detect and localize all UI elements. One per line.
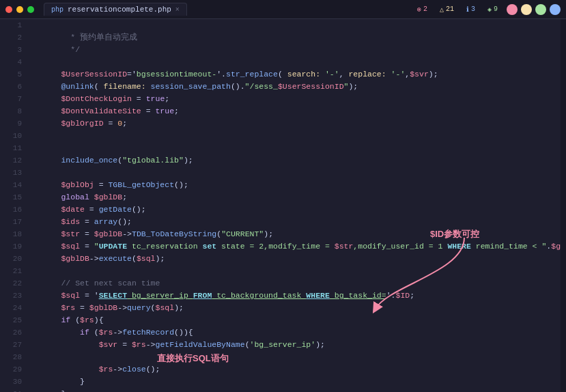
- gutter-12: 12: [0, 154, 22, 167]
- gutter-22: 22: [0, 277, 22, 290]
- gutter-29: 29: [0, 363, 22, 376]
- gutter-25: 25: [0, 314, 22, 326]
- gutter-17: 17: [0, 216, 22, 228]
- gutter-24: 24: [0, 302, 22, 314]
- info-badge1: ℹ 3: [463, 5, 479, 14]
- code-line-3: [33, 44, 561, 56]
- gutter-1: 1: [0, 19, 22, 31]
- error-count: 2: [423, 5, 427, 13]
- code-line-1: * 预约单自动完成: [33, 19, 561, 31]
- code-line-26: $svr = $rs->getFieldValueByName('bg_serv…: [33, 326, 561, 339]
- code-line-12: [33, 154, 561, 167]
- code-line-19: $gblDB->execute($sql);: [33, 240, 561, 253]
- code-line-11: include_once("tglobal.lib");: [33, 142, 561, 154]
- tab-close-button[interactable]: ×: [175, 6, 180, 14]
- gutter-15: 15: [0, 191, 22, 204]
- error-icon: ⊗: [417, 5, 421, 14]
- code-line-25: if ($rs->fetchRecord()){: [33, 314, 561, 326]
- gutter-5: 5: [0, 68, 22, 81]
- gutter-11: 11: [0, 142, 22, 154]
- gutter-4: 4: [0, 56, 22, 68]
- gutter-8: 8: [0, 105, 22, 117]
- status-circle-3: [535, 4, 546, 15]
- code-line-10: [33, 130, 561, 142]
- code-line-18: $sql = "UPDATE tc_reservation set state …: [33, 228, 561, 240]
- code-line-16: $ids = array();: [33, 204, 561, 216]
- status-circle-4: [550, 4, 561, 15]
- code-line-6: $DontCheckLogin = true;: [33, 81, 561, 93]
- info-icon1: ℹ: [466, 5, 469, 14]
- warn-count: 21: [446, 5, 454, 13]
- code-line-20: [33, 253, 561, 265]
- status-circle-2: [521, 4, 532, 15]
- title-bar-right: ⊗ 2 △ 21 ℹ 3 ◈ 9: [414, 4, 561, 15]
- code-line-31: [33, 388, 561, 392]
- gutter-10: 10: [0, 130, 22, 142]
- info-count2: 9: [494, 5, 498, 13]
- gutter-16: 16: [0, 204, 22, 216]
- gutter-21: 21: [0, 265, 22, 277]
- code-line-29: }: [33, 363, 561, 376]
- gutter-13: 13: [0, 167, 22, 179]
- code-line-17: $str = $gblDB->TDB_ToDateByString("CURRE…: [33, 216, 561, 228]
- code-line-5: @unlink( filename: session_save_path()."…: [33, 68, 561, 81]
- code-line-2: */: [33, 31, 561, 44]
- traffic-maximize[interactable]: [27, 6, 34, 13]
- editor-container: 1 2 3 4 5 6 7 8 9 10 11 12 13 14 15 16 1…: [0, 19, 566, 392]
- code-line-21: // Set next scan time: [33, 265, 561, 277]
- title-bar-left: php reservationcomplete.php ×: [5, 3, 187, 16]
- code-line-8: $gblOrgID = 0;: [33, 105, 561, 117]
- gutter-7: 7: [0, 93, 22, 105]
- gutter-27: 27: [0, 339, 22, 351]
- code-line-4: $UserSessionID='bgsessiontimeout-'.str_r…: [33, 56, 561, 68]
- info-icon2: ◈: [487, 5, 492, 14]
- code-line-30: }: [33, 376, 561, 388]
- line-numbers: 1 2 3 4 5 6 7 8 9 10 11 12 13 14 15 16 1…: [0, 19, 27, 392]
- gutter-9: 9: [0, 117, 22, 130]
- title-bar: php reservationcomplete.php × ⊗ 2 △ 21 ℹ…: [0, 0, 566, 19]
- warn-badge: △ 21: [436, 5, 457, 14]
- code-line-14: global $gblDB;: [33, 179, 561, 191]
- code-line-28: $rs->close();: [33, 351, 561, 363]
- code-line-9: [33, 117, 561, 130]
- gutter-31: 31: [0, 388, 22, 392]
- code-line-15: $date = getDate();: [33, 191, 561, 204]
- gutter-23: 23: [0, 290, 22, 302]
- error-badge: ⊗ 2: [414, 5, 431, 14]
- tab-filename: reservationcomplete.php: [68, 5, 171, 14]
- tab-php-icon: php: [51, 6, 63, 14]
- code-line-24: if ($rs){: [33, 302, 561, 314]
- gutter-6: 6: [0, 81, 22, 93]
- gutter-18: 18: [0, 228, 22, 240]
- code-line-22: $sql = 'SELECT bg_server_ip FROM tc_back…: [33, 277, 561, 290]
- code-line-27: [33, 339, 561, 351]
- gutter-19: 19: [0, 240, 22, 253]
- gutter-14: 14: [0, 179, 22, 191]
- info-badge2: ◈ 9: [484, 5, 501, 14]
- warn-icon: △: [440, 5, 444, 14]
- gutter-20: 20: [0, 253, 22, 265]
- gutter-3: 3: [0, 44, 22, 56]
- status-circle-1: [507, 4, 518, 15]
- gutter-28: 28: [0, 351, 22, 363]
- status-icons: [507, 4, 561, 15]
- scrollbar[interactable]: [561, 19, 566, 392]
- code-line-13: $gblObj = TGBL_getObject();: [33, 167, 561, 179]
- code-line-7: $DontValidateSite = true;: [33, 93, 561, 105]
- code-area: * 预约单自动完成 */ $UserSessionID='bgsessionti…: [27, 19, 561, 392]
- gutter-26: 26: [0, 326, 22, 339]
- gutter-30: 30: [0, 376, 22, 388]
- editor-tab[interactable]: php reservationcomplete.php ×: [44, 3, 187, 16]
- info-count1: 3: [471, 5, 475, 13]
- gutter-2: 2: [0, 31, 22, 44]
- traffic-minimize[interactable]: [16, 6, 23, 13]
- code-line-23: $rs = $gblDB->query($sql);: [33, 290, 561, 302]
- traffic-close[interactable]: [5, 6, 12, 13]
